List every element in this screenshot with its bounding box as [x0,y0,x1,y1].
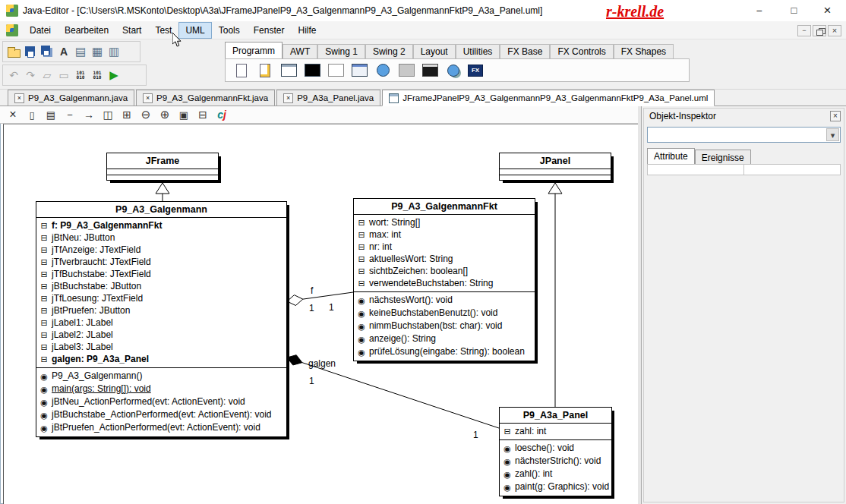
binary-icon-1[interactable] [73,68,88,83]
palette-tab-swing-1[interactable]: Swing 1 [317,44,365,58]
menu-item-tools[interactable]: Tools [212,22,247,39]
uml-attribute[interactable]: jTfAnzeige: JTextField [36,244,286,256]
association-icon[interactable] [82,108,96,121]
window-icon[interactable] [101,108,115,121]
menu-item-fenster[interactable]: Fenster [247,22,292,39]
tab-ereignisse[interactable]: Ereignisse [695,150,751,164]
checkstyle-icon[interactable] [39,68,55,83]
uml-attribute[interactable]: sichtbZeichen: boolean[] [354,265,535,277]
uml-method[interactable]: loesche(): void [500,442,611,455]
uml-method[interactable]: nimmBuchstaben(bst: char): void [354,320,535,332]
doc-tab-galgenmann[interactable]: P9_A3_Galgenmann.java [8,90,134,106]
save-all-icon[interactable] [39,44,55,59]
uml-attribute[interactable]: max: int [354,228,535,241]
uml-attribute[interactable]: jBtBuchstabe: JButton [36,280,286,292]
uml-attribute[interactable]: jLabel3: JLabel [36,341,286,353]
compile-java-icon[interactable] [215,108,229,121]
combo-dropdown-button[interactable] [826,128,839,141]
menu-item-bearbeiten[interactable]: Bearbeiten [58,22,115,39]
export-icon[interactable] [106,44,122,59]
palette-tab-utilities[interactable]: Utilities [456,44,500,58]
jar-icon[interactable] [56,68,71,83]
uml-attribute[interactable]: wort: String[] [354,216,535,228]
uml-attribute[interactable]: jTfverbraucht: JTextField [36,256,286,268]
redo-icon[interactable] [23,68,38,83]
uml-class-P9_A3_GalgenmannFkt[interactable]: P9_A3_GalgenmannFktwort: String[]max: in… [353,198,535,361]
maximize-button[interactable] [777,0,811,21]
palette-tab-fx-base[interactable]: FX Base [500,44,550,58]
javafx-icon[interactable] [468,65,483,77]
palette-tab-swing-2[interactable]: Swing 2 [365,44,413,58]
save-icon[interactable] [23,44,38,59]
applet-icon[interactable] [374,63,392,78]
uml-method[interactable]: paint(g: Graphics): void [500,480,611,493]
remove-icon[interactable] [63,108,77,121]
uml-method[interactable]: jBtBuchstabe_ActionPerformed(evt: Action… [36,408,286,421]
uml-attribute[interactable]: jTfLoesung: JTextField [36,292,286,304]
class-icon[interactable] [256,63,274,78]
menu-item-hilfe[interactable]: Hilfe [291,22,323,39]
tab-attribute[interactable]: Attribute [647,148,695,164]
uml-canvas[interactable]: f11galgen11 JFrameJPanelP9_A3_Galgenmann… [3,124,638,504]
uml-method[interactable]: zahl(): int [500,468,611,480]
close-tab-icon[interactable] [143,93,153,103]
frame-icon[interactable] [279,63,298,78]
uml-attribute[interactable]: galgen: P9_A3a_Panel [36,353,286,365]
mdi-minimize-icon[interactable] [797,25,811,36]
uml-attribute[interactable]: verwendeteBuchstaben: String [354,277,535,289]
japplet-icon[interactable] [444,63,462,78]
font-icon[interactable] [56,44,71,59]
uml-attribute[interactable]: zahl: int [500,425,611,437]
palette-tab-programm[interactable]: Programm [225,42,283,58]
structure-icon[interactable] [90,44,105,59]
uml-attribute[interactable]: f: P9_A3_GalgenmannFkt [36,219,286,232]
panel-icon[interactable] [397,63,415,78]
uml-class-JFrame[interactable]: JFrame [106,153,219,181]
menu-item-uml[interactable]: UML [178,22,211,39]
close-button[interactable] [810,0,844,21]
uml-method[interactable]: nächsterStrich(): void [500,455,611,468]
clipboard-icon[interactable] [44,108,58,121]
uml-attribute[interactable]: jBtNeu: JButton [36,232,286,244]
menu-item-datei[interactable]: Datei [23,22,58,39]
frame-white-icon[interactable] [327,63,345,78]
close-tab-icon[interactable] [14,93,24,103]
inspector-combobox[interactable] [647,127,841,143]
doc-tab-uml[interactable]: JFrameJPanelP9_A3_GalgenmannP9_A3_Galgen… [382,90,715,106]
uml-attribute[interactable]: aktuellesWort: String [354,253,535,265]
binary-icon-2[interactable] [90,68,105,83]
uml-attribute[interactable]: nr: int [354,241,535,253]
undo-icon[interactable] [6,68,21,83]
uml-attribute[interactable]: jLabel2: JLabel [36,329,286,341]
close-tab-icon[interactable] [283,93,293,103]
mdi-close-icon[interactable] [828,25,841,36]
program-icon[interactable] [232,63,251,78]
palette-tab-fx-controls[interactable]: FX Controls [550,44,613,58]
minimize-button[interactable] [742,0,776,21]
doc-tab-galgenmannfkt[interactable]: P9_A3_GalgenmannFkt.java [136,90,275,106]
hierarchy-icon[interactable] [120,108,134,121]
dialog-icon[interactable] [350,63,368,78]
menu-item-start[interactable]: Start [115,22,148,39]
palette-tab-fx-shapes[interactable]: FX Shapes [614,44,674,58]
doc-tab-panel[interactable]: P9_A3a_Panel.java [276,90,380,106]
uml-class-P9_A3_Galgenmann[interactable]: P9_A3_Galgenmannf: P9_A3_GalgenmannFktjB… [36,201,287,437]
uml-method[interactable]: jBtPruefen_ActionPerformed(evt: ActionEv… [36,421,286,434]
new-class-icon[interactable] [25,108,39,121]
frame-black-icon[interactable] [303,63,321,78]
inspector-close-icon[interactable] [830,111,841,121]
console-icon[interactable] [421,63,439,78]
mdi-restore-icon[interactable] [813,25,826,36]
uml-method[interactable]: prüfeLösung(eingabe: String): boolean [354,345,535,358]
run-icon[interactable] [106,68,122,83]
uml-method[interactable]: jBtNeu_ActionPerformed(evt: ActionEvent)… [36,395,286,408]
diagram-icon[interactable] [177,108,191,121]
close-icon[interactable] [6,108,20,121]
package-icon[interactable] [196,108,210,121]
uml-method[interactable]: keineBuchstabenBenutzt(): void [354,307,535,320]
project-icon[interactable] [73,44,88,59]
zoom-in-icon[interactable] [158,108,172,121]
open-icon[interactable] [6,44,21,59]
uml-class-P9_A3a_Panel[interactable]: P9_A3a_Panelzahl: intloesche(): voidnäch… [499,407,612,496]
palette-tab-layout[interactable]: Layout [413,44,456,58]
